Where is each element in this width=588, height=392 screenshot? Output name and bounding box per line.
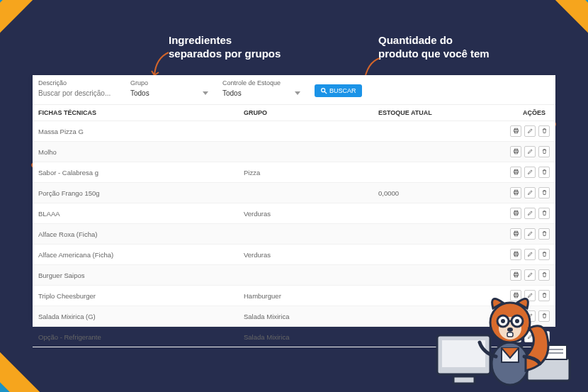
cell-group: Pizza bbox=[244, 169, 378, 177]
mascot-illustration bbox=[434, 271, 582, 392]
cell-group: Salada Mixirica bbox=[244, 313, 378, 320]
col-actions: AÇÕES bbox=[485, 109, 550, 116]
print-icon bbox=[513, 169, 519, 177]
svg-point-51 bbox=[507, 327, 513, 332]
delete-button[interactable] bbox=[538, 228, 550, 240]
print-button[interactable] bbox=[510, 187, 521, 198]
pencil-icon bbox=[527, 230, 533, 238]
print-button[interactable] bbox=[510, 228, 521, 240]
edit-button[interactable] bbox=[524, 125, 536, 137]
stripe-decor bbox=[526, 0, 588, 51]
trash-icon bbox=[541, 148, 548, 156]
print-button[interactable] bbox=[510, 208, 521, 219]
table-header: FICHAS TÉCNICAS GRUPO ESTOQUE ATUAL AÇÕE… bbox=[33, 104, 555, 121]
annotation-quantity: Quantidade do produto que você tem bbox=[378, 34, 490, 61]
table-row: Porção Frango 150g0,0000 bbox=[33, 183, 555, 203]
print-icon bbox=[513, 148, 519, 156]
cell-description: Sabor - Calabresa g bbox=[38, 169, 244, 177]
edit-button[interactable] bbox=[524, 167, 536, 178]
pencil-icon bbox=[527, 210, 533, 218]
edit-button[interactable] bbox=[524, 249, 536, 260]
delete-button[interactable] bbox=[538, 125, 550, 137]
print-button[interactable] bbox=[510, 125, 521, 137]
table-row: Alface Americana (Ficha)Verduras bbox=[33, 245, 555, 265]
filter-group[interactable]: Grupo Todos bbox=[130, 79, 208, 97]
cell-description: Salada Mixirica (G) bbox=[38, 313, 244, 320]
svg-rect-37 bbox=[453, 376, 475, 383]
filter-stock-control[interactable]: Controle de Estoque Todos bbox=[222, 79, 300, 97]
pencil-icon bbox=[527, 128, 533, 135]
cell-description: Burguer Saipos bbox=[38, 271, 244, 279]
trash-icon bbox=[541, 128, 548, 135]
cell-group: Verduras bbox=[244, 251, 378, 259]
table-row: BLAAAVerduras bbox=[33, 203, 555, 224]
pencil-icon bbox=[527, 148, 533, 156]
svg-line-1 bbox=[324, 91, 327, 94]
filter-stock-value: Todos bbox=[222, 89, 242, 97]
print-icon bbox=[513, 251, 519, 259]
cell-description: Triplo Cheesburger bbox=[38, 292, 244, 300]
cell-group: Hamburguer bbox=[244, 292, 378, 300]
cell-description: Opção - Refrigerante bbox=[38, 333, 244, 341]
chevron-down-icon bbox=[203, 91, 208, 95]
table-row: Massa Pizza G bbox=[33, 121, 555, 142]
pencil-icon bbox=[527, 189, 533, 197]
filter-stock-label: Controle de Estoque bbox=[222, 79, 300, 86]
table-row: Molho bbox=[33, 142, 555, 162]
cell-description: Molho bbox=[38, 148, 244, 156]
filter-description: Descrição bbox=[38, 79, 116, 97]
pencil-icon bbox=[527, 251, 533, 259]
print-icon bbox=[513, 189, 519, 197]
print-icon bbox=[513, 210, 519, 218]
filter-group-value: Todos bbox=[130, 89, 149, 97]
trash-icon bbox=[541, 169, 548, 177]
print-icon bbox=[513, 128, 519, 135]
chevron-down-icon bbox=[295, 91, 300, 95]
edit-button[interactable] bbox=[524, 208, 536, 219]
filter-description-label: Descrição bbox=[38, 79, 116, 86]
stripe-decor bbox=[0, 0, 62, 51]
edit-button[interactable] bbox=[524, 187, 536, 198]
trash-icon bbox=[541, 189, 548, 197]
col-stock: ESTOQUE ATUAL bbox=[378, 109, 485, 116]
trash-icon bbox=[541, 210, 548, 218]
svg-point-49 bbox=[501, 319, 505, 323]
search-icon bbox=[320, 87, 327, 94]
cell-group: Verduras bbox=[244, 210, 378, 218]
filter-description-input[interactable] bbox=[38, 89, 116, 97]
cell-group: Salada Mixirica bbox=[244, 333, 378, 341]
delete-button[interactable] bbox=[538, 249, 550, 260]
svg-point-50 bbox=[515, 319, 519, 323]
col-description: FICHAS TÉCNICAS bbox=[38, 109, 244, 116]
cell-description: Alface Roxa (Ficha) bbox=[38, 230, 244, 238]
delete-button[interactable] bbox=[538, 187, 550, 198]
print-icon bbox=[513, 230, 519, 238]
table-row: Sabor - Calabresa gPizza bbox=[33, 162, 555, 183]
cell-description: Porção Frango 150g bbox=[38, 189, 244, 197]
col-group: GRUPO bbox=[244, 109, 378, 116]
filter-group-label: Grupo bbox=[130, 79, 208, 86]
print-button[interactable] bbox=[510, 249, 521, 260]
search-button-label: BUSCAR bbox=[329, 87, 356, 94]
cell-description: Massa Pizza G bbox=[38, 128, 244, 135]
cell-stock: 0,0000 bbox=[378, 189, 485, 197]
search-button[interactable]: BUSCAR bbox=[315, 84, 362, 97]
table-row: Alface Roxa (Ficha) bbox=[33, 224, 555, 245]
print-button[interactable] bbox=[510, 146, 521, 157]
trash-icon bbox=[541, 230, 548, 238]
svg-point-0 bbox=[322, 89, 325, 92]
delete-button[interactable] bbox=[538, 208, 550, 219]
cell-description: BLAAA bbox=[38, 210, 244, 218]
cell-description: Alface Americana (Ficha) bbox=[38, 251, 244, 259]
filter-bar: Descrição Grupo Todos Controle de Estoqu… bbox=[33, 75, 555, 104]
edit-button[interactable] bbox=[524, 146, 536, 157]
pencil-icon bbox=[527, 169, 533, 177]
print-button[interactable] bbox=[510, 167, 521, 178]
delete-button[interactable] bbox=[538, 167, 550, 178]
annotation-groups: Ingredientes separados por grupos bbox=[169, 34, 281, 61]
delete-button[interactable] bbox=[538, 146, 550, 157]
svg-rect-52 bbox=[507, 332, 513, 337]
trash-icon bbox=[541, 251, 548, 259]
edit-button[interactable] bbox=[524, 228, 536, 240]
